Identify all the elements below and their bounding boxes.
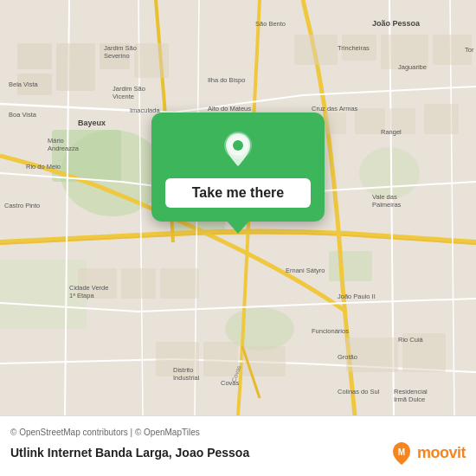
- svg-text:Distrito: Distrito: [173, 366, 193, 374]
- svg-rect-5: [329, 251, 372, 281]
- svg-text:Rangel: Rangel: [381, 128, 402, 136]
- svg-text:Bela Vista: Bela Vista: [9, 80, 38, 88]
- svg-text:Castro Pinto: Castro Pinto: [4, 202, 40, 209]
- svg-text:Bayeux: Bayeux: [78, 119, 106, 127]
- moovit-brand-text: moovit: [417, 444, 466, 462]
- svg-text:São Bento: São Bento: [255, 20, 286, 28]
- location-row: Utlink Internet Banda Larga, Joao Pessoa…: [10, 441, 466, 465]
- svg-text:João Pessoa: João Pessoa: [372, 19, 421, 28]
- svg-text:Ilha do Bispo: Ilha do Bispo: [208, 76, 245, 84]
- map-attribution: © OpenStreetMap contributors | © OpenMap…: [10, 428, 466, 437]
- svg-text:João Paulo II: João Paulo II: [338, 293, 376, 300]
- svg-text:Rio Cuiá: Rio Cuiá: [398, 336, 424, 344]
- svg-rect-32: [134, 43, 169, 78]
- svg-rect-30: [56, 43, 95, 91]
- svg-text:Alto do Mateus: Alto do Mateus: [208, 105, 251, 113]
- svg-text:Trincheiras: Trincheiras: [338, 44, 370, 52]
- svg-rect-28: [17, 43, 52, 69]
- svg-text:Mário: Mário: [48, 137, 64, 145]
- svg-text:Jardim São: Jardim São: [104, 44, 137, 52]
- svg-text:Cidade Verde: Cidade Verde: [69, 284, 108, 292]
- svg-text:Colinas do Sul: Colinas do Sul: [338, 388, 380, 396]
- svg-rect-41: [424, 104, 459, 134]
- svg-text:Boa Vista: Boa Vista: [9, 111, 37, 119]
- svg-rect-38: [325, 113, 346, 134]
- svg-text:Ernani Sátyro: Ernani Sátyro: [286, 267, 325, 274]
- take-me-there-button[interactable]: Take me there: [165, 178, 311, 208]
- svg-rect-44: [160, 268, 199, 299]
- svg-point-7: [359, 147, 420, 199]
- svg-point-90: [233, 140, 243, 151]
- svg-text:Severino: Severino: [104, 52, 130, 60]
- svg-rect-47: [242, 346, 286, 376]
- svg-text:Rio do Meio: Rio do Meio: [26, 163, 61, 170]
- svg-text:Vicente: Vicente: [113, 93, 134, 100]
- svg-text:Palmeiras: Palmeiras: [372, 201, 402, 209]
- moovit-logo: M moovit: [389, 441, 466, 465]
- svg-text:Jaguaribe: Jaguaribe: [398, 63, 427, 71]
- svg-rect-46: [203, 342, 238, 376]
- svg-text:Tor: Tor: [465, 46, 474, 54]
- popup-card: Take me there: [151, 113, 325, 222]
- svg-rect-33: [294, 35, 338, 65]
- location-pin-icon: [219, 130, 257, 168]
- location-name: Utlink Internet Banda Larga, Joao Pessoa: [10, 446, 249, 460]
- svg-text:Residencial: Residencial: [394, 388, 428, 396]
- svg-text:Cruz das Armas: Cruz das Armas: [312, 105, 358, 113]
- bottom-bar: © OpenStreetMap contributors | © OpenMap…: [0, 415, 476, 476]
- svg-text:M: M: [398, 447, 405, 457]
- svg-text:Andreazza: Andreazza: [48, 145, 80, 152]
- svg-text:Irmã Dulce: Irmã Dulce: [394, 396, 425, 403]
- svg-text:1ª Etapa: 1ª Etapa: [69, 292, 94, 299]
- svg-text:Vale das: Vale das: [372, 193, 397, 201]
- map-container: Bayeux João Pessoa Jardim São Severino S…: [0, 0, 476, 415]
- svg-text:Jardim São: Jardim São: [113, 85, 145, 93]
- svg-text:Grotão: Grotão: [338, 353, 357, 361]
- svg-rect-43: [121, 268, 156, 299]
- svg-text:Industrial: Industrial: [173, 374, 200, 382]
- svg-text:Funcionários: Funcionários: [312, 327, 349, 335]
- moovit-pin-icon: M: [389, 441, 414, 465]
